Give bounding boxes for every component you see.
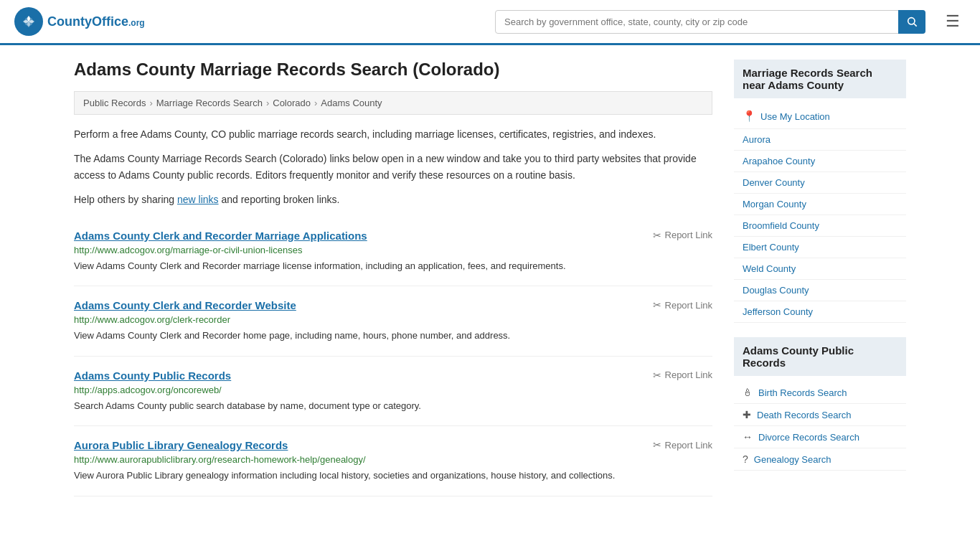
sidebar-record-icon-0: 🕯 — [743, 387, 753, 398]
logo-org: .org — [128, 18, 145, 28]
report-icon-0: ✂ — [653, 230, 661, 241]
sidebar-record-icon-1: ✚ — [743, 409, 751, 420]
search-input[interactable] — [495, 10, 925, 34]
record-title-0[interactable]: Adams County Clerk and Recorder Marriage… — [74, 230, 367, 242]
public-records-link-3[interactable]: Genealogy Search — [754, 454, 831, 465]
main-column: Adams County Marriage Records Search (Co… — [74, 60, 712, 496]
public-records-link-1[interactable]: Death Records Search — [757, 410, 852, 420]
search-button[interactable] — [898, 10, 925, 34]
breadcrumb-sep-1: › — [149, 98, 152, 108]
nearby-item-0: Aurora — [734, 129, 906, 151]
report-label-2: Report Link — [665, 369, 712, 380]
nearby-item-1: Arapahoe County — [734, 151, 906, 172]
report-link-1[interactable]: ✂ Report Link — [653, 299, 712, 311]
record-item-header-1: Adams County Clerk and Recorder Website … — [74, 299, 712, 311]
nearby-link-4[interactable]: Broomfield County — [743, 220, 819, 231]
nearby-link-5[interactable]: Elbert County — [743, 242, 799, 253]
breadcrumb-public-records[interactable]: Public Records — [83, 98, 146, 108]
record-title-2[interactable]: Adams County Public Records — [74, 369, 231, 382]
public-records-item-3: ? Genealogy Search — [734, 448, 906, 471]
breadcrumb: Public Records › Marriage Records Search… — [74, 91, 712, 115]
record-url-2[interactable]: http://apps.adcogov.org/oncoreweb/ — [74, 385, 712, 395]
description-2: The Adams County Marriage Records Search… — [74, 151, 712, 183]
public-records-item-1: ✚ Death Records Search — [734, 404, 906, 426]
nearby-link-1[interactable]: Arapahoe County — [743, 156, 815, 166]
record-item: Adams County Public Records ✂ Report Lin… — [74, 357, 712, 427]
use-location-button[interactable]: 📍 Use My Location — [734, 104, 906, 129]
breadcrumb-adams-county[interactable]: Adams County — [321, 98, 382, 108]
record-desc-1: View Adams County Clerk and Recorder hom… — [74, 329, 712, 343]
nearby-item-4: Broomfield County — [734, 215, 906, 237]
public-records-section: Adams County Public Records 🕯 Birth Reco… — [734, 337, 906, 471]
record-item-header-2: Adams County Public Records ✂ Report Lin… — [74, 369, 712, 382]
record-desc-3: View Aurora Public Library genealogy inf… — [74, 468, 712, 483]
report-link-3[interactable]: ✂ Report Link — [653, 439, 712, 451]
nearby-link-2[interactable]: Denver County — [743, 177, 805, 188]
breadcrumb-sep-2: › — [266, 98, 269, 108]
record-item-header-3: Aurora Public Library Genealogy Records … — [74, 439, 712, 451]
breadcrumb-sep-3: › — [314, 98, 317, 108]
nearby-item-2: Denver County — [734, 172, 906, 194]
report-label-0: Report Link — [665, 230, 712, 240]
nearby-item-8: Jefferson County — [734, 301, 906, 323]
new-links-link[interactable]: new links — [177, 194, 219, 205]
nearby-item-3: Morgan County — [734, 194, 906, 215]
nearby-section-title: Marriage Records Search near Adams Count… — [734, 60, 906, 98]
public-records-items: 🕯 Birth Records Search ✚ Death Records S… — [734, 382, 906, 471]
nearby-link-3[interactable]: Morgan County — [743, 199, 806, 209]
sidebar: Marriage Records Search near Adams Count… — [734, 60, 906, 496]
nearby-item-5: Elbert County — [734, 237, 906, 258]
logo-link[interactable]: CountyOffice.org — [14, 7, 145, 36]
nearby-link-7[interactable]: Douglas County — [743, 285, 809, 296]
report-icon-3: ✂ — [653, 439, 661, 451]
page-title: Adams County Marriage Records Search (Co… — [74, 60, 712, 80]
public-records-item-0: 🕯 Birth Records Search — [734, 382, 906, 404]
description-3-pre: Help others by sharing — [74, 194, 177, 205]
report-icon-2: ✂ — [653, 369, 661, 381]
description-section: Perform a free Adams County, CO public m… — [74, 126, 712, 208]
records-list: Adams County Clerk and Recorder Marriage… — [74, 217, 712, 496]
public-records-title: Adams County Public Records — [734, 337, 906, 376]
logo-name: CountyOffice.org — [47, 14, 145, 29]
record-desc-0: View Adams County Clerk and Recorder mar… — [74, 259, 712, 273]
record-item: Aurora Public Library Genealogy Records … — [74, 426, 712, 496]
public-records-item-2: ↔ Divorce Records Search — [734, 426, 906, 448]
report-label-1: Report Link — [665, 300, 712, 311]
public-records-link-0[interactable]: Birth Records Search — [758, 387, 847, 398]
nearby-items: AuroraArapahoe CountyDenver CountyMorgan… — [734, 129, 906, 323]
record-item: Adams County Clerk and Recorder Marriage… — [74, 217, 712, 287]
report-link-2[interactable]: ✂ Report Link — [653, 369, 712, 381]
sidebar-record-icon-2: ↔ — [743, 431, 753, 443]
description-1: Perform a free Adams County, CO public m… — [74, 126, 712, 142]
description-3-post: and reporting broken links. — [219, 194, 340, 205]
public-records-link-2[interactable]: Divorce Records Search — [758, 432, 859, 443]
logo-icon — [14, 7, 43, 36]
sidebar-record-icon-3: ? — [743, 453, 748, 465]
logo-text-wrap: CountyOffice.org — [47, 14, 145, 29]
site-header: CountyOffice.org ☰ — [0, 0, 980, 45]
report-link-0[interactable]: ✂ Report Link — [653, 230, 712, 241]
nearby-link-8[interactable]: Jefferson County — [743, 306, 813, 317]
breadcrumb-colorado[interactable]: Colorado — [273, 98, 311, 108]
record-item-header-0: Adams County Clerk and Recorder Marriage… — [74, 230, 712, 242]
breadcrumb-marriage-records[interactable]: Marriage Records Search — [156, 98, 263, 108]
record-title-1[interactable]: Adams County Clerk and Recorder Website — [74, 299, 296, 311]
report-icon-1: ✂ — [653, 299, 661, 311]
record-desc-2: Search Adams County public search databa… — [74, 399, 712, 413]
record-item: Adams County Clerk and Recorder Website … — [74, 286, 712, 357]
record-url-0[interactable]: http://www.adcogov.org/marriage-or-civil… — [74, 245, 712, 255]
hamburger-button[interactable]: ☰ — [940, 9, 966, 34]
record-url-3[interactable]: http://www.aurorapubliclibrary.org/resea… — [74, 454, 712, 465]
nearby-item-7: Douglas County — [734, 280, 906, 301]
description-3: Help others by sharing new links and rep… — [74, 192, 712, 207]
pin-icon: 📍 — [743, 110, 756, 123]
use-location-label: Use My Location — [760, 111, 830, 122]
svg-point-2 — [908, 18, 915, 24]
svg-line-3 — [914, 24, 917, 27]
record-url-1[interactable]: http://www.adcogov.org/clerk-recorder — [74, 314, 712, 325]
nearby-link-6[interactable]: Weld County — [743, 263, 796, 274]
nearby-item-6: Weld County — [734, 258, 906, 280]
report-label-3: Report Link — [665, 440, 712, 451]
record-title-3[interactable]: Aurora Public Library Genealogy Records — [74, 439, 288, 451]
nearby-link-0[interactable]: Aurora — [743, 134, 771, 145]
